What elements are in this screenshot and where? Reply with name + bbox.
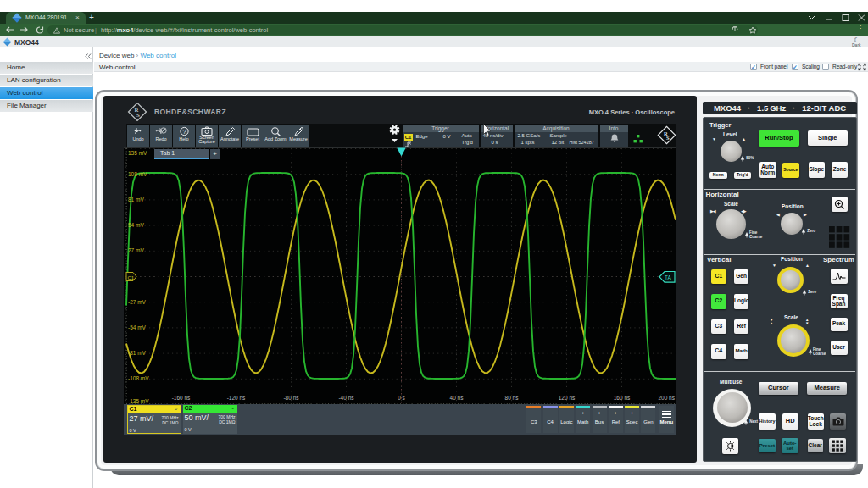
svg-text:S: S xyxy=(136,112,140,119)
svg-text:C1: C1 xyxy=(128,275,135,280)
svg-text:?: ? xyxy=(182,128,186,136)
svg-text:S: S xyxy=(666,135,670,141)
svg-text:TA: TA xyxy=(665,274,671,280)
